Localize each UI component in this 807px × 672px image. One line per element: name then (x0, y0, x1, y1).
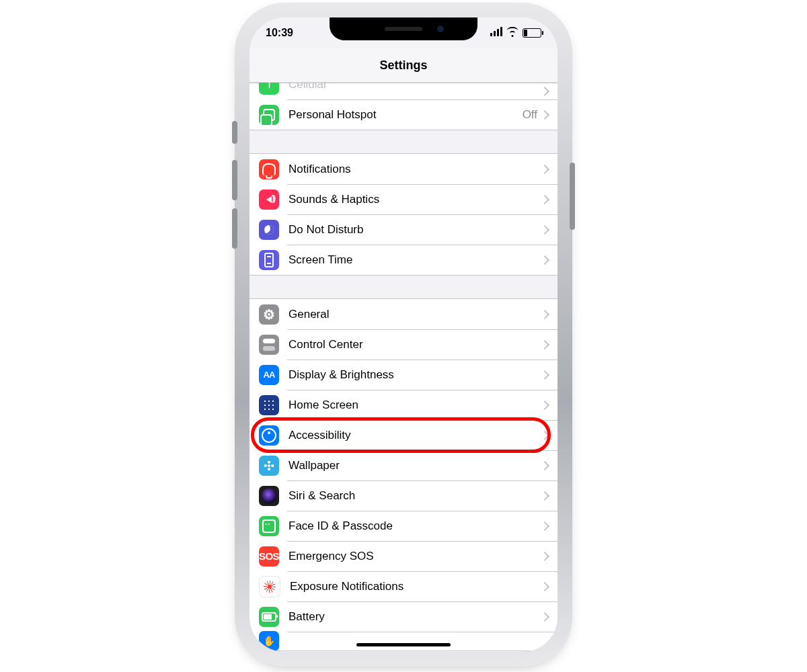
canvas: 10:39 Settings ⊤CellularPersonal Hotspot… (0, 0, 807, 672)
settings-row-battery[interactable]: Battery (249, 601, 558, 632)
toggles-icon (259, 335, 279, 355)
aa-icon: AA (259, 365, 279, 385)
chevron-right-icon (540, 491, 549, 500)
settings-row-siri[interactable]: Siri & Search (249, 480, 558, 511)
row-label: Cellular (289, 83, 541, 91)
settings-row-homescreen[interactable]: Home Screen (249, 390, 558, 420)
row-label: General (289, 308, 541, 321)
chevron-right-icon (540, 194, 549, 204)
flower-icon (259, 456, 279, 476)
chevron-right-icon (540, 164, 549, 173)
chevron-right-icon (540, 460, 549, 470)
link-icon (259, 105, 279, 125)
chevron-right-icon (540, 110, 549, 119)
settings-row-faceid[interactable]: Face ID & Passcode (249, 511, 558, 541)
settings-row-notifications[interactable]: Notifications (249, 154, 558, 184)
row-label: Home Screen (289, 398, 541, 412)
row-label: Exposure Notifications (290, 580, 541, 593)
settings-row-dnd[interactable]: Do Not Disturb (249, 214, 558, 245)
chevron-right-icon (540, 255, 549, 264)
row-label: Notifications (289, 163, 541, 176)
row-label: Accessibility (289, 429, 541, 442)
side-button (570, 163, 575, 230)
chevron-right-icon (540, 612, 549, 621)
row-label: Do Not Disturb (289, 223, 541, 237)
settings-row-hotspot[interactable]: Personal HotspotOff (249, 99, 558, 130)
settings-row-accessibility[interactable]: Accessibility (249, 420, 558, 450)
battery-icon (259, 607, 279, 627)
row-label: Face ID & Passcode (289, 519, 541, 533)
nav-header: Settings (249, 48, 558, 83)
wifi-icon (506, 28, 518, 38)
exposure-icon (259, 576, 280, 597)
home-indicator[interactable] (356, 643, 451, 646)
row-label: Battery (289, 610, 541, 624)
status-time: 10:39 (266, 27, 293, 39)
settings-row-exposure[interactable]: Exposure Notifications (249, 571, 558, 601)
row-label: Control Center (289, 338, 541, 351)
settings-row-wallpaper[interactable]: Wallpaper (249, 450, 558, 480)
settings-row-cellular[interactable]: ⊤Cellular (249, 83, 558, 99)
chevron-right-icon (540, 370, 549, 379)
notch (330, 17, 477, 40)
settings-row-general[interactable]: ⚙General (249, 299, 558, 329)
row-label: Wallpaper (289, 459, 541, 472)
chevron-right-icon (540, 581, 549, 591)
gear-icon: ⚙ (259, 304, 279, 325)
chevron-right-icon (540, 224, 549, 234)
chevron-right-icon (540, 400, 549, 409)
cellular-signal-icon (489, 27, 502, 39)
screen: 10:39 Settings ⊤CellularPersonal Hotspot… (249, 17, 558, 652)
faceid-icon (259, 516, 279, 536)
hand-icon: ✋ (259, 631, 279, 651)
hourglass-icon (259, 250, 279, 270)
row-label: Siri & Search (289, 489, 541, 503)
battery-icon (523, 28, 541, 38)
row-label: Display & Brightness (289, 368, 541, 382)
volume-up-button (232, 160, 237, 200)
settings-row-screentime[interactable]: Screen Time (249, 245, 558, 275)
sos-icon: SOS (259, 546, 279, 566)
mute-switch (232, 121, 237, 144)
page-title: Settings (379, 58, 427, 73)
iphone-frame: 10:39 Settings ⊤CellularPersonal Hotspot… (239, 7, 568, 663)
antenna-icon: ⊤ (259, 83, 279, 95)
speaker-grill (385, 27, 422, 31)
settings-row-sos[interactable]: SOSEmergency SOS (249, 541, 558, 571)
settings-row-sounds[interactable]: Sounds & Haptics (249, 184, 558, 214)
volume-down-button (232, 208, 237, 249)
settings-row-controlcenter[interactable]: Control Center (249, 329, 558, 360)
settings-list[interactable]: ⊤CellularPersonal HotspotOffNotification… (249, 83, 558, 651)
row-label: Screen Time (289, 253, 541, 267)
row-label: Sounds & Haptics (289, 193, 541, 206)
row-label: Emergency SOS (289, 550, 541, 563)
row-value: Off (523, 108, 537, 122)
chevron-right-icon (540, 87, 549, 96)
chevron-right-icon (540, 430, 549, 439)
grid-icon (259, 395, 279, 415)
front-camera (437, 26, 444, 32)
chevron-right-icon (540, 521, 549, 530)
chevron-right-icon (540, 309, 549, 319)
settings-row-privacy[interactable]: ✋ (249, 632, 558, 650)
accessibility-icon (259, 425, 279, 446)
bell-icon (259, 159, 279, 179)
chevron-right-icon (540, 551, 549, 560)
chevron-right-icon (540, 339, 549, 349)
row-label: Personal Hotspot (289, 108, 523, 122)
speaker-icon (259, 190, 279, 210)
settings-row-display[interactable]: AADisplay & Brightness (249, 360, 558, 390)
moon-icon (259, 220, 279, 240)
siri-icon (259, 486, 279, 506)
